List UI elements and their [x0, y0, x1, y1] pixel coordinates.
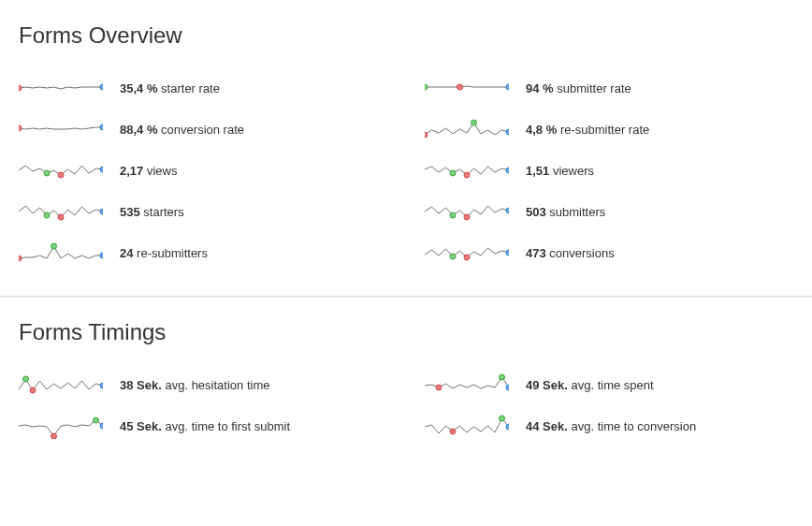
metric-label: 503 submitters — [526, 205, 605, 219]
svg-point-0 — [19, 85, 22, 91]
svg-point-34 — [500, 374, 505, 380]
metric-label: 44 Sek. avg. time to conversion — [526, 419, 696, 433]
metric-viewers: 1,51 viewers — [406, 150, 812, 191]
svg-point-5 — [506, 84, 509, 90]
svg-point-13 — [44, 170, 50, 176]
svg-point-31 — [23, 376, 29, 382]
svg-point-23 — [506, 208, 509, 213]
metric-conversions: 473 conversions — [406, 232, 812, 273]
timings-title: Forms Timings — [0, 297, 812, 364]
metric-label: 24 re-submitters — [120, 246, 208, 260]
svg-point-22 — [450, 212, 456, 218]
metric-conversion-rate: 88,4 % conversion rate — [0, 109, 406, 150]
svg-point-41 — [506, 424, 509, 430]
sparkline-icon — [19, 240, 103, 266]
svg-point-30 — [30, 387, 36, 393]
svg-point-38 — [100, 423, 103, 429]
svg-point-21 — [464, 214, 470, 220]
metric-label: 94 % submitter rate — [526, 81, 631, 95]
metric-label: 1,51 viewers — [526, 164, 594, 178]
metric-label: 88,4 % conversion rate — [120, 123, 244, 137]
metric-views: 2,17 views — [0, 150, 406, 191]
svg-point-14 — [100, 167, 103, 172]
svg-point-4 — [425, 84, 428, 90]
metric-time-conversion: 44 Sek. avg. time to conversion — [406, 405, 812, 446]
svg-point-16 — [450, 170, 456, 176]
sparkline-icon — [19, 198, 103, 225]
svg-point-29 — [506, 250, 509, 256]
svg-point-9 — [425, 132, 428, 138]
sparkline-icon — [19, 75, 103, 101]
svg-point-10 — [471, 120, 477, 125]
metric-submitters: 503 submitters — [406, 191, 812, 232]
svg-point-3 — [457, 84, 463, 90]
svg-point-15 — [464, 172, 470, 178]
overview-title: Forms Overview — [0, 0, 812, 67]
svg-point-37 — [94, 417, 99, 423]
sparkline-icon — [425, 372, 509, 398]
sparkline-icon — [425, 240, 509, 266]
metric-label: 35,4 % starter rate — [120, 81, 220, 95]
metric-label: 49 Sek. avg. time spent — [526, 378, 654, 392]
svg-point-26 — [100, 253, 103, 258]
metric-resubmitter-rate: 4,8 % re-submitter rate — [406, 109, 812, 150]
svg-point-2 — [100, 84, 103, 90]
sparkline-icon — [19, 116, 103, 142]
svg-point-20 — [100, 209, 103, 214]
svg-point-19 — [44, 212, 50, 218]
svg-point-25 — [51, 243, 57, 249]
metric-time-spent: 49 Sek. avg. time spent — [406, 364, 812, 405]
svg-point-8 — [100, 124, 103, 130]
svg-point-11 — [506, 129, 509, 135]
metric-starters: 535 starters — [0, 191, 406, 232]
metric-hesitation-time: 38 Sek. avg. hesitation time — [0, 364, 406, 405]
timings-grid: 38 Sek. avg. hesitation time 49 Sek. avg… — [0, 364, 812, 446]
svg-point-32 — [100, 383, 103, 388]
metric-time-first-submit: 45 Sek. avg. time to first submit — [0, 405, 406, 446]
svg-point-33 — [436, 385, 442, 390]
metric-submitter-rate: 94 % submitter rate — [406, 67, 812, 109]
svg-point-28 — [450, 254, 456, 259]
metric-label: 4,8 % re-submitter rate — [526, 123, 649, 137]
svg-point-6 — [19, 125, 22, 131]
metric-starter-rate: 35,4 % starter rate — [0, 67, 406, 109]
sparkline-icon — [425, 116, 509, 142]
sparkline-icon — [425, 413, 509, 439]
svg-point-35 — [506, 385, 509, 390]
metric-label: 2,17 views — [120, 164, 177, 178]
sparkline-icon — [19, 157, 103, 183]
svg-point-18 — [58, 214, 64, 220]
sparkline-icon — [425, 75, 509, 101]
svg-point-24 — [19, 256, 22, 261]
svg-point-27 — [464, 255, 470, 260]
metric-label: 473 conversions — [526, 246, 615, 260]
svg-point-12 — [58, 172, 64, 178]
overview-grid: 35,4 % starter rate 94 % submitter rate … — [0, 67, 812, 273]
sparkline-icon — [19, 413, 103, 439]
sparkline-icon — [425, 157, 509, 183]
svg-point-17 — [506, 168, 509, 173]
metric-resubmitters: 24 re-submitters — [0, 232, 406, 273]
metric-label: 45 Sek. avg. time to first submit — [120, 419, 290, 433]
svg-point-40 — [500, 416, 505, 421]
svg-point-39 — [450, 429, 456, 434]
svg-point-36 — [51, 433, 57, 439]
metric-label: 535 starters — [120, 205, 184, 219]
sparkline-icon — [425, 198, 509, 225]
sparkline-icon — [19, 372, 103, 398]
metric-label: 38 Sek. avg. hesitation time — [120, 378, 269, 392]
